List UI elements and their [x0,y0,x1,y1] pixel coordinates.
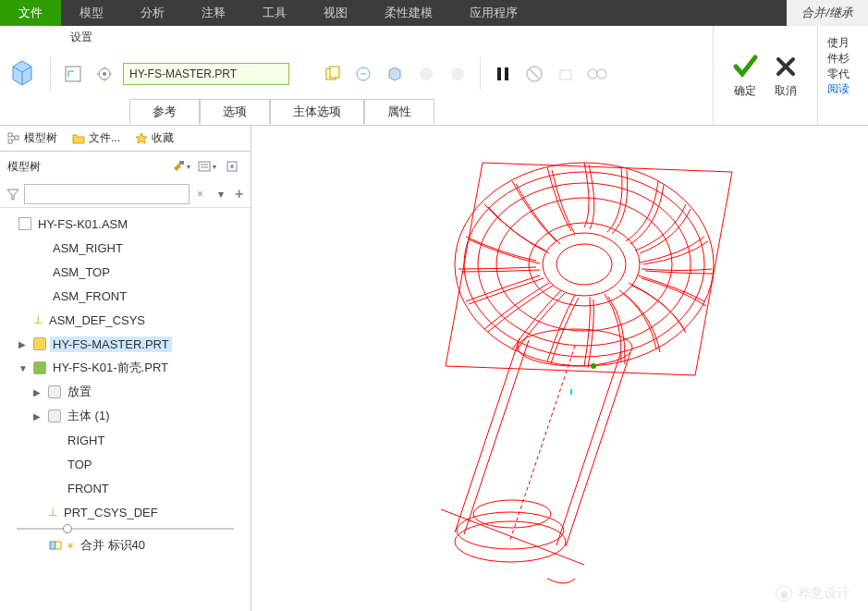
model-tree: HY-FS-K01.ASM ASM_RIGHT ASM_TOP ASM_FRON… [0,208,251,611]
no-icon[interactable] [521,61,547,87]
folder-icon [48,385,61,398]
plane-icon [33,291,46,300]
plane-icon [48,459,61,469]
tree-item-plane[interactable]: TOP [0,452,251,476]
filter-input[interactable] [24,184,189,204]
svg-rect-8 [497,67,501,80]
svg-point-29 [556,244,612,285]
confirm-button[interactable]: 确定 [730,52,760,99]
merge-icon [48,538,63,553]
wechat-icon: ◉ [776,585,792,602]
tab-options[interactable]: 选项 [200,99,270,124]
svg-point-33 [518,329,632,366]
plane-icon [33,267,46,276]
menu-merge-inherit[interactable]: 合并/继承 [787,0,868,26]
tree-item-plane[interactable]: ASM_RIGHT [0,236,251,260]
tab-body-options[interactable]: 主体选项 [270,99,364,124]
svg-rect-0 [66,67,80,81]
tab-reference[interactable]: 参考 [129,99,200,124]
menu-tools[interactable]: 工具 [244,0,305,26]
svg-rect-11 [560,70,571,79]
menu-annotation[interactable]: 注释 [183,0,244,26]
x-icon [771,52,801,81]
model-tree-label: 模型树 [7,159,50,175]
viewport[interactable]: ◉ 桦意设计 [251,126,868,611]
settings-tool[interactable] [221,155,243,177]
add-filter[interactable]: + [231,186,247,202]
side-tab-model-tree[interactable]: 模型树 [0,126,65,151]
plane-icon [48,483,61,493]
menu-file[interactable]: 文件 [0,0,61,26]
tree-item-plane[interactable]: ASM_TOP [0,260,251,284]
tree-item-body[interactable]: ▶主体 (1) [0,404,251,428]
csys-tool-icon[interactable] [60,61,86,87]
svg-point-2 [103,72,106,76]
cube-icon[interactable] [4,55,41,92]
tree-item-plane[interactable]: RIGHT [0,428,251,452]
svg-rect-17 [179,161,184,165]
svg-point-7 [451,67,464,80]
gear-tool-icon[interactable] [92,61,117,87]
cancel-button[interactable]: 取消 [771,52,801,99]
pause-icon[interactable] [490,61,516,87]
box-icon[interactable] [382,61,408,87]
watermark: ◉ 桦意设计 [776,585,850,602]
svg-rect-14 [8,133,12,137]
tree-item-plane[interactable]: FRONT [0,476,251,500]
tree-item-shell-part[interactable]: ▼HY-FS-K01-前壳.PRT [0,356,251,380]
tree-icon [7,132,20,145]
tree-item-merge[interactable]: ✳合并 标识40 [0,533,251,557]
menu-flex[interactable]: 柔性建模 [366,0,451,26]
box-grayed-icon [553,61,579,87]
copy-icon[interactable] [319,61,345,87]
clear-filter[interactable]: × [193,188,207,201]
show-tool[interactable] [195,155,217,177]
tree-slider[interactable] [17,528,234,530]
svg-point-23 [455,163,714,366]
grayed-icon-1 [413,61,439,87]
glasses-icon[interactable] [584,61,610,87]
svg-rect-15 [8,140,12,143]
plane-icon [33,243,46,252]
toggle-icon[interactable] [350,61,376,87]
read-link[interactable]: 阅读 [827,81,859,97]
svg-rect-16 [15,136,18,140]
side-tab-favorites[interactable]: 收藏 [128,126,181,151]
help-panel: 使月 件杉 零代 阅读 [817,26,868,125]
filter-icon[interactable] [6,183,20,205]
svg-rect-22 [55,542,61,549]
svg-rect-21 [50,542,55,549]
plane-icon [48,435,61,445]
sidebar: 模型树 文件... 收藏 模型树 × ▾ + [0,126,251,611]
tab-properties[interactable]: 属性 [364,99,434,124]
svg-point-13 [597,69,606,79]
tree-item-csys[interactable]: ⊥ASM_DEF_CSYS [0,308,251,332]
filename-input[interactable] [123,63,289,85]
filter-dropdown[interactable]: ▾ [214,188,227,201]
svg-rect-35 [570,389,572,395]
menu-app[interactable]: 应用程序 [451,0,536,26]
tree-item-plane[interactable]: ASM_FRONT [0,284,251,308]
side-tab-files[interactable]: 文件... [65,126,128,151]
check-icon [730,52,760,81]
svg-point-31 [457,512,564,549]
tree-item-csys[interactable]: ⊥PRT_CSYS_DEF [0,500,251,524]
ribbon-tabs: 参考 选项 主体选项 属性 [129,99,713,124]
menubar: 文件 模型 分析 注释 工具 视图 柔性建模 应用程序 合并/继承 [0,0,868,26]
grayed-icon-2 [445,61,471,87]
tree-item-asm[interactable]: HY-FS-K01.ASM [0,212,251,236]
menu-view[interactable]: 视图 [305,0,366,26]
menu-analysis[interactable]: 分析 [122,0,183,26]
svg-rect-9 [505,67,508,80]
hammer-tool[interactable] [169,155,191,177]
star-icon [135,132,148,145]
settings-label: 设置 [0,26,713,49]
folder-icon [48,409,61,422]
tree-item-placement[interactable]: ▶放置 [0,380,251,404]
menu-model[interactable]: 模型 [61,0,122,26]
folder-icon [72,132,85,145]
tree-item-master-part[interactable]: ▶HY-FS-MASTER.PRT [0,332,251,356]
svg-point-34 [591,363,596,369]
ribbon: 设置 参考 选项 [0,26,868,126]
svg-point-20 [230,165,234,168]
